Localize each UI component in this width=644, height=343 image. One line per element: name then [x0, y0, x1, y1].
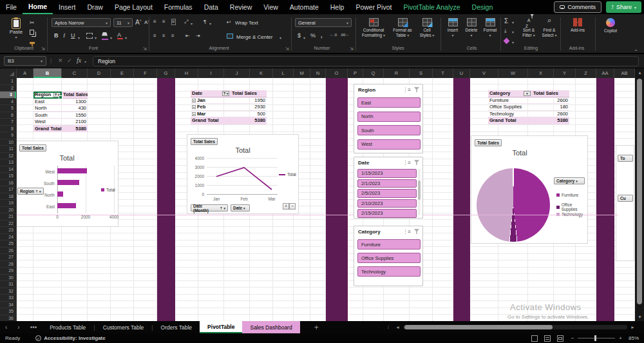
page-break-view-icon[interactable] — [557, 335, 564, 342]
row-header-20[interactable]: 20 — [0, 207, 16, 214]
column-header-a[interactable]: A — [17, 68, 33, 78]
horizontal-scrollbar[interactable]: ⁞ ◄ ► — [394, 321, 636, 333]
copilot-button[interactable]: Copilot — [598, 18, 623, 34]
row-header-7[interactable]: 7 — [0, 119, 16, 126]
format-cells-button[interactable]: Format▾ — [481, 18, 499, 38]
row-header-31[interactable]: 31 — [0, 281, 16, 288]
autosum-icon[interactable]: Σ — [504, 17, 508, 24]
menu-tab-data[interactable]: Data — [198, 0, 224, 14]
clear-filter-icon[interactable] — [414, 87, 419, 92]
row-header-26[interactable]: 26 — [0, 248, 16, 255]
collapse-ribbon-icon[interactable]: ⌄ — [634, 46, 638, 52]
row-header-19[interactable]: 19 — [0, 200, 16, 207]
field-button-cu[interactable]: Cu — [618, 195, 633, 202]
comma-style-icon[interactable]: , — [321, 32, 323, 39]
increase-indent-icon[interactable]: ⇥ — [196, 33, 200, 39]
column-header-t[interactable]: T — [433, 68, 453, 78]
clear-filter-icon[interactable] — [414, 229, 419, 234]
row-header-17[interactable]: 17 — [0, 186, 16, 193]
collapse-button[interactable]: − — [289, 203, 296, 210]
date-pivot-table[interactable]: Date▾Total Sales+Jan1950+Feb2930+Mar500G… — [191, 90, 267, 124]
scroll-down-icon[interactable]: ▼ — [638, 315, 642, 319]
row-header-23[interactable]: 23 — [0, 227, 16, 234]
normal-view-icon[interactable] — [531, 335, 538, 342]
column-header-q[interactable]: Q — [363, 68, 384, 78]
scroll-up-icon[interactable]: ▲ — [638, 70, 642, 75]
slicer-scroll-thumb[interactable] — [418, 181, 421, 200]
new-sheet-button[interactable]: + — [309, 323, 324, 332]
row-header-33[interactable]: 33 — [0, 295, 16, 302]
delete-cells-button[interactable]: Delete▾ — [463, 18, 480, 38]
menu-tab-draw[interactable]: Draw — [81, 0, 109, 14]
number-launcher-icon[interactable]: ⇲ — [350, 46, 354, 52]
field-button-region[interactable]: Region▾ — [17, 188, 44, 195]
column-header-i[interactable]: I — [198, 68, 224, 78]
row-header-22[interactable]: 22 — [0, 220, 16, 228]
zoom-out-icon[interactable]: − — [571, 335, 574, 341]
bold-button[interactable]: B — [54, 32, 59, 39]
menu-tab-design[interactable]: Design — [466, 0, 499, 14]
row-header-1[interactable]: 1 — [0, 78, 16, 85]
column-header-o[interactable]: O — [326, 68, 348, 78]
pie-chart[interactable]: Total SalesTotalCategory▾FurnitureOffice… — [471, 135, 588, 244]
column-header-z[interactable]: Z — [576, 68, 596, 78]
clear-icon[interactable] — [504, 38, 509, 44]
row-header-34[interactable]: 34 — [0, 302, 16, 309]
column-header-v[interactable]: V — [470, 68, 498, 78]
fx-icon[interactable]: fx — [77, 57, 81, 64]
status-accessibility[interactable]: Accessibility: Investigate — [44, 335, 106, 341]
fill-color-icon[interactable] — [102, 32, 108, 40]
decrease-decimal-icon[interactable]: .00→ — [340, 33, 349, 37]
cut-icon[interactable]: ✂ — [30, 19, 35, 26]
tab-options-icon[interactable]: ⁞ — [388, 325, 389, 329]
column-header-aa[interactable]: AA — [596, 68, 614, 78]
field-button-total-sales[interactable]: Total Sales — [475, 139, 502, 146]
page-layout-view-icon[interactable] — [544, 335, 551, 342]
slicer-item-south[interactable]: South — [357, 125, 421, 135]
sheet-tab-customers-table[interactable]: Customers Table — [95, 321, 152, 333]
menu-tab-pivottable-analyze[interactable]: PivotTable Analyze — [397, 0, 466, 14]
increase-font-icon[interactable]: A˄ — [135, 19, 142, 26]
row-header-35[interactable]: 35 — [0, 308, 16, 315]
row-header-12[interactable]: 12 — [0, 153, 16, 160]
expand-icon[interactable]: + — [192, 99, 196, 103]
decrease-indent-icon[interactable]: ⇤ — [185, 33, 190, 39]
field-button-to[interactable]: To — [618, 155, 633, 162]
menu-tab-page-layout[interactable]: Page Layout — [109, 0, 158, 14]
row-header-10[interactable]: 10 — [0, 139, 16, 146]
orientation-icon[interactable]: ⤢ — [184, 19, 188, 25]
field-button-total-sales[interactable]: Total Sales — [191, 138, 218, 145]
menu-tab-automate[interactable]: Automate — [284, 0, 325, 14]
row-header-29[interactable]: 29 — [0, 268, 16, 275]
alignment-launcher-icon[interactable]: ⇲ — [285, 46, 289, 52]
slicer-item-technology[interactable]: Technology — [357, 266, 421, 277]
row-header-14[interactable]: 14 — [0, 166, 16, 173]
paste-button[interactable]: Paste ▾ — [6, 18, 26, 39]
row-header-5[interactable]: 5 — [0, 105, 16, 112]
column-header-m[interactable]: M — [294, 68, 310, 78]
slicer-date[interactable]: Date⋮≡1/15/20232/1/20232/5/20232/10/2023… — [354, 157, 423, 219]
row-header-28[interactable]: 28 — [0, 261, 16, 268]
column-header-j[interactable]: J — [224, 68, 250, 78]
column-header-s[interactable]: S — [410, 68, 433, 78]
slicer-item-2-1-2023[interactable]: 2/1/2023 — [357, 179, 417, 188]
wrap-text-button[interactable]: Wrap Text — [235, 20, 258, 26]
row-header-21[interactable]: 21 — [0, 213, 16, 220]
find-select-button[interactable]: ⌕ Find & Select ▾ — [540, 18, 559, 38]
zoom-slider-handle[interactable] — [594, 335, 596, 341]
percent-icon[interactable]: % — [310, 32, 316, 39]
row-header-13[interactable]: 13 — [0, 159, 16, 166]
filter-funnel-icon[interactable]: ▾ — [222, 91, 229, 96]
column-header-y[interactable]: Y — [554, 68, 576, 78]
multi-select-icon[interactable]: ⋮≡ — [402, 229, 411, 235]
menu-tab-review[interactable]: Review — [224, 0, 258, 14]
column-header-r[interactable]: R — [384, 68, 410, 78]
select-all-corner[interactable] — [0, 68, 17, 78]
multi-select-icon[interactable]: ⋮≡ — [402, 87, 411, 93]
share-button[interactable]: ⤴ Share ▾ — [606, 1, 641, 13]
slicer-item-2-5-2023[interactable]: 2/5/2023 — [357, 189, 417, 198]
dropdown-icon[interactable]: ▾ — [524, 91, 531, 96]
column-header-n[interactable]: N — [310, 68, 326, 78]
italic-button[interactable]: I — [63, 32, 65, 39]
field-button-date[interactable]: Date▾ — [231, 204, 250, 211]
